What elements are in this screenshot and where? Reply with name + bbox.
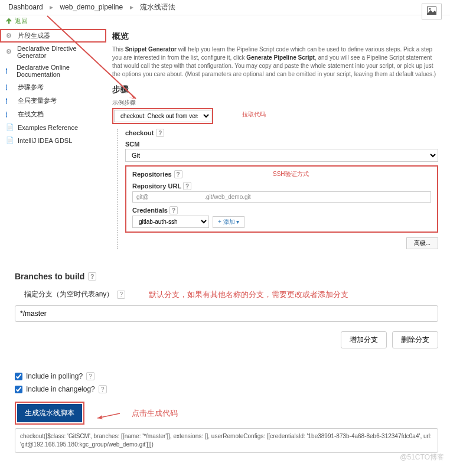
include-changelog-label: Include in changelog? [26,385,95,393]
help-icon[interactable]: ? [117,291,125,299]
sidebar-item-snippet-generator[interactable]: ⚙ 片段生成器 [0,29,106,43]
sidebar-item-label: 全局变量参考 [18,96,57,105]
up-arrow-icon: 🡩 [6,18,12,25]
scm-select[interactable]: Git [125,149,438,162]
gear-icon: ⚙ [6,48,14,56]
include-polling-label: Include in polling? [26,372,83,380]
breadcrumb-item[interactable]: web_demo_pipeline [60,3,123,11]
repo-url-input[interactable] [132,191,431,203]
sidebar-item-intellij[interactable]: 📄 IntelliJ IDEA GDSL [0,134,106,147]
help-icon[interactable]: ? [99,385,107,393]
sample-step-label: 示例步骤 [112,99,438,107]
advanced-button[interactable]: 高级... [406,237,438,249]
script-output[interactable]: checkout([$class: 'GitSCM', branches: [[… [15,428,438,453]
branches-title: Branches to build ? [15,272,438,281]
help-icon[interactable]: ? [88,272,96,281]
branch-spec-label: 指定分支（为空时代表any） ? [24,289,125,299]
sidebar-item-online-docs[interactable]: i 在线文档 [0,107,106,121]
add-branch-button[interactable]: 增加分支 [341,331,387,348]
doc-icon: 📄 [6,123,14,132]
info-icon: i [6,110,14,119]
breadcrumb: Dashboard ▸ web_demo_pipeline ▸ 流水线语法 [0,0,450,15]
sidebar-item-global-vars[interactable]: i 全局变量参考 [0,94,106,107]
breadcrumb-sep: ▸ [50,3,53,11]
annotation-pull-code: 拉取代码 [242,110,266,119]
checkout-label: checkout ? [125,129,438,137]
help-icon[interactable]: ? [86,372,94,380]
info-icon: i [6,83,14,92]
help-icon[interactable]: ? [169,206,178,214]
repo-url-label: Repository URL ? [132,182,431,190]
breadcrumb-sep: ▸ [130,3,133,11]
sample-step-select[interactable]: checkout: Check out from version control [114,110,211,122]
sidebar-item-label: 片段生成器 [18,31,50,40]
info-icon: i [6,97,14,105]
svg-point-1 [429,8,431,10]
scm-label: SCM [125,141,438,148]
sidebar: ⚙ 片段生成器 ⚙ Declarative Directive Generato… [0,27,106,254]
overview-desc: This Snippet Generator will help you lea… [112,45,438,79]
generate-highlight: 生成流水线脚本 [15,402,84,425]
back-label: 返回 [15,17,28,25]
annotation-ssh: SSH验证方式 [273,170,309,178]
sidebar-item-label: 在线文档 [18,110,44,119]
repositories-label: Repositories [132,171,172,178]
image-button[interactable] [422,4,442,19]
sidebar-item-step-ref[interactable]: i 步骤参考 [0,80,106,94]
watermark: @51CTO博客 [400,452,444,462]
breadcrumb-item[interactable]: Dashboard [8,3,43,11]
sidebar-item-label: IntelliJ IDEA GDSL [18,137,72,144]
doc-icon: 📄 [6,136,14,145]
add-credentials-button[interactable]: + 添加 ▾ [213,216,244,228]
annotation-default-branch: 默认分支，如果有其他名称的分支，需要更改或者添加分支 [149,289,348,300]
help-icon[interactable]: ? [174,170,182,178]
branch-input[interactable] [15,305,438,322]
step-select-highlight: checkout: Check out from version control [112,108,213,124]
include-changelog-checkbox[interactable] [15,386,22,393]
breadcrumb-item[interactable]: 流水线语法 [140,3,175,11]
steps-title: 步骤 [112,84,438,95]
generate-script-button[interactable]: 生成流水线脚本 [17,404,82,422]
delete-branch-button[interactable]: 删除分支 [392,331,438,348]
sidebar-item-declarative-generator[interactable]: ⚙ Declarative Directive Generator [0,43,106,61]
back-link[interactable]: 🡩 返回 [0,15,450,27]
help-icon[interactable]: ? [183,182,191,190]
info-icon: i [6,67,13,75]
include-polling-checkbox[interactable] [15,373,22,380]
sidebar-item-declarative-docs[interactable]: i Declarative Online Documentation [0,61,106,80]
credentials-label: Credentials ? [132,206,431,214]
main-content: 概览 This Snippet Generator will help you … [106,27,450,254]
sidebar-item-label: Examples Reference [18,124,78,131]
gear-icon: ⚙ [6,32,14,40]
annotation-generate: 点击生成代码 [132,408,178,419]
credentials-select[interactable]: gitlab-auth-ssh [132,216,209,228]
sidebar-item-label: 步骤参考 [18,83,44,92]
sidebar-item-examples[interactable]: 📄 Examples Reference [0,121,106,134]
overview-title: 概览 [112,31,438,42]
help-icon[interactable]: ? [156,129,164,137]
annotation-arrow-icon [96,407,120,419]
sidebar-item-label: Declarative Online Documentation [17,64,100,78]
sidebar-item-label: Declarative Directive Generator [17,45,100,59]
